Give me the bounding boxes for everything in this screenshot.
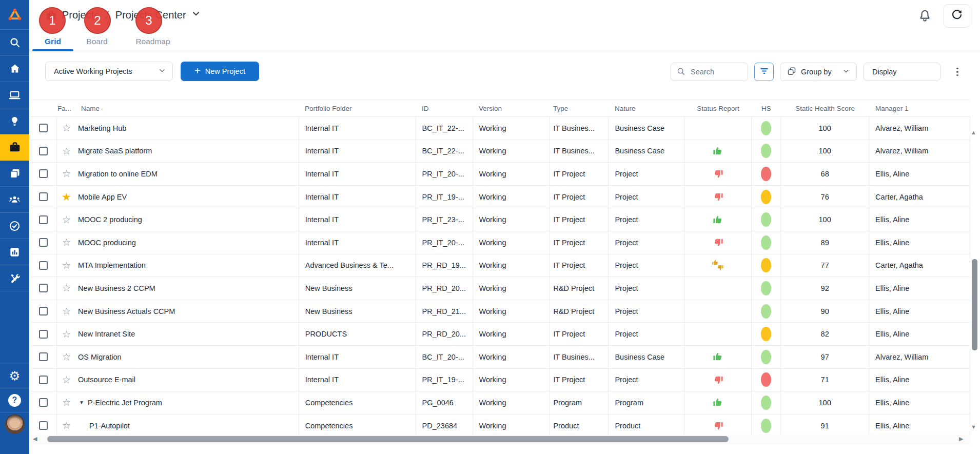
sidebar-item-teams[interactable]	[0, 187, 29, 213]
view-filter-select[interactable]: Active Working Projects	[45, 62, 173, 81]
table-row[interactable]: ☆ MTA Implementation Advanced Business &…	[31, 254, 970, 278]
scroll-down-arrow[interactable]: ▼	[971, 424, 976, 430]
row-checkbox[interactable]	[39, 307, 48, 315]
sidebar-item-portfolios[interactable]	[0, 161, 29, 187]
tab-grid[interactable]: Grid	[32, 34, 73, 49]
favorite-star-icon[interactable]: ☆	[62, 146, 71, 156]
column-header-type[interactable]: Type	[550, 100, 609, 116]
cell-static-health-score: 71	[780, 369, 869, 391]
tab-board[interactable]: Board	[82, 34, 112, 49]
sidebar-item-ideas[interactable]	[0, 108, 29, 134]
sidebar-item-settings[interactable]: ⚙	[0, 364, 29, 388]
table-row[interactable]: ☆ Migrate SaaS platform Internal IT BC_I…	[31, 140, 970, 163]
column-header-check[interactable]	[31, 100, 56, 116]
favorite-star-icon[interactable]: ☆	[62, 375, 71, 385]
row-checkbox[interactable]	[39, 124, 48, 132]
table-row[interactable]: ☆ P1-Autopilot Competencies PD_23684 Wor…	[31, 414, 970, 435]
table-row[interactable]: ☆ MOOC producing Internal IT PR_IT_20-..…	[31, 231, 970, 254]
cell-type: R&D Project	[550, 277, 608, 300]
vertical-scrollbar-thumb[interactable]	[972, 259, 977, 350]
row-checkbox[interactable]	[39, 284, 48, 292]
column-header-hs[interactable]: HS	[752, 100, 781, 116]
collapse-caret-icon[interactable]: ▼	[79, 400, 84, 405]
column-header-id[interactable]: ID	[416, 100, 473, 116]
row-checkbox[interactable]	[39, 261, 48, 270]
chevron-down-icon[interactable]	[191, 9, 201, 22]
row-checkbox[interactable]	[39, 169, 48, 178]
favorite-star-icon[interactable]: ☆	[62, 421, 71, 430]
favorite-star-icon[interactable]: ☆	[62, 169, 71, 179]
row-checkbox[interactable]	[39, 238, 48, 247]
row-checkbox[interactable]	[39, 398, 48, 407]
cell-nature: Project	[608, 254, 684, 277]
scroll-left-arrow[interactable]: ◀	[33, 436, 37, 442]
cell-portfolio-folder: Internal IT	[299, 186, 416, 208]
row-checkbox[interactable]	[39, 215, 48, 224]
sidebar-item-help[interactable]: ?	[0, 388, 29, 412]
sidebar-item-projects[interactable]	[0, 134, 29, 161]
notifications-button[interactable]	[915, 7, 934, 26]
cell-static-health-score: 76	[780, 186, 869, 208]
table-row[interactable]: ☆ ▼P-Electric Jet Program Competencies P…	[31, 391, 970, 414]
column-header-nature[interactable]: Nature	[609, 100, 684, 116]
group-by-button[interactable]: Group by	[780, 63, 857, 81]
horizontal-scrollbar-thumb[interactable]	[47, 436, 729, 442]
sidebar-item-reports[interactable]	[0, 239, 29, 265]
sidebar-item-logo[interactable]	[0, 0, 29, 30]
table-row[interactable]: ☆ MOOC 2 producing Internal IT PR_IT_23-…	[31, 208, 970, 231]
filter-button[interactable]	[754, 63, 774, 81]
tab-roadmap[interactable]: Roadmap	[129, 34, 177, 49]
favorite-star-icon[interactable]: ☆	[62, 238, 71, 247]
favorite-star-icon[interactable]: ☆	[62, 306, 71, 316]
display-button[interactable]: Display	[864, 63, 940, 81]
sidebar-item-goals[interactable]	[0, 213, 29, 239]
table-row[interactable]: ☆ Marketing Hub Internal IT BC_IT_22-...…	[31, 117, 970, 140]
favorite-star-icon[interactable]: ☆	[62, 398, 71, 407]
column-header-manager[interactable]: Manager 1	[869, 100, 970, 116]
folders-icon	[9, 167, 21, 180]
refresh-button[interactable]	[944, 4, 970, 28]
sidebar-item-admin[interactable]	[0, 265, 29, 291]
column-header-star[interactable]: Fa...	[56, 100, 76, 116]
row-checkbox[interactable]	[39, 147, 48, 155]
row-checkbox[interactable]	[39, 421, 48, 430]
table-row[interactable]: ☆ Migration to online EDM Internal IT PR…	[31, 163, 970, 186]
cell-name: Marketing Hub	[76, 117, 299, 140]
favorite-star-icon[interactable]: ☆	[62, 352, 71, 362]
sidebar-item-profile[interactable]	[0, 412, 29, 436]
column-header-score[interactable]: Static Health Score	[781, 100, 869, 116]
cell-hs	[751, 369, 780, 391]
column-header-status[interactable]: Status Report	[684, 100, 752, 116]
thumbs-down-icon	[713, 168, 723, 179]
favorite-star-icon[interactable]: ☆	[62, 283, 71, 293]
new-project-button[interactable]: + New Project	[181, 62, 259, 81]
cell-nature: Program	[608, 391, 684, 414]
scroll-up-arrow[interactable]: ▲	[971, 130, 976, 135]
table-row[interactable]: ☆ OS Migration Internal IT BC_IT_20-... …	[31, 346, 970, 369]
row-checkbox[interactable]	[39, 376, 48, 384]
table-row[interactable]: ★ Mobile App EV Internal IT PR_IT_19-...…	[31, 186, 970, 209]
scroll-right-arrow[interactable]: ▶	[959, 436, 963, 442]
table-row[interactable]: ☆ New Intranet Site PRODUCTS PR_RD_20...…	[31, 323, 970, 346]
table-row[interactable]: ☆ New Business 2 CCPM New Business PR_RD…	[31, 277, 970, 300]
search-input[interactable]	[690, 67, 742, 76]
sidebar-item-home[interactable]	[0, 56, 29, 82]
search-box[interactable]	[671, 63, 748, 81]
row-checkbox[interactable]	[39, 330, 48, 339]
table-row[interactable]: ☆ Outsource E-mail Internal IT PR_IT_19-…	[31, 369, 970, 392]
column-header-portfolio[interactable]: Portfolio Folder	[299, 100, 416, 116]
thumbs-down-icon	[713, 191, 723, 202]
sidebar-item-workspace[interactable]	[0, 82, 29, 108]
column-header-name[interactable]: Name	[76, 100, 299, 116]
favorite-star-icon[interactable]: ★	[62, 191, 71, 202]
favorite-star-icon[interactable]: ☆	[62, 123, 71, 133]
favorite-star-icon[interactable]: ☆	[62, 261, 71, 270]
row-checkbox[interactable]	[39, 192, 48, 201]
column-header-version[interactable]: Version	[473, 100, 550, 116]
favorite-star-icon[interactable]: ☆	[62, 329, 71, 339]
favorite-star-icon[interactable]: ☆	[62, 215, 71, 225]
row-checkbox[interactable]	[39, 352, 48, 361]
sidebar-item-search[interactable]	[0, 30, 29, 56]
table-row[interactable]: ☆ New Business Actuals CCPM New Business…	[31, 300, 970, 323]
more-options-kebab-icon[interactable]	[951, 64, 964, 80]
